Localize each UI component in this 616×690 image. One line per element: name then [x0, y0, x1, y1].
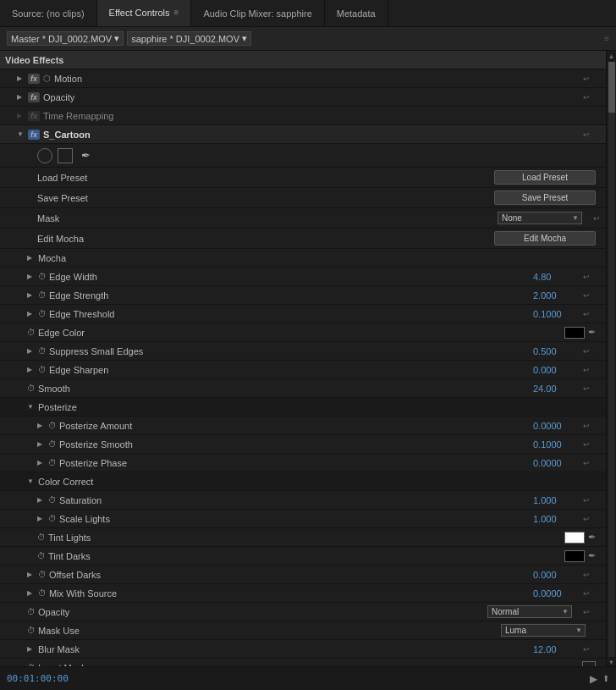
edit-mocha-button[interactable]: Edit Mocha: [494, 231, 596, 246]
scroll-thumb[interactable]: [608, 62, 615, 113]
opacity-reset[interactable]: ↩: [580, 93, 592, 102]
tab-metadata[interactable]: Metadata: [325, 0, 388, 26]
tint-lights-eyedropper[interactable]: ✒: [588, 532, 596, 543]
offset-darks-value[interactable]: 0.000: [533, 570, 575, 580]
tab-effect-controls[interactable]: Effect Controls ≡: [97, 0, 192, 26]
mocha-expand[interactable]: ▶: [27, 254, 36, 262]
load-preset-button[interactable]: Load Preset: [494, 170, 596, 185]
edge-sharpen-reset[interactable]: ↩: [580, 366, 592, 374]
posterize-smooth-clock[interactable]: ⏱: [48, 439, 57, 449]
smooth-value[interactable]: 24.00: [533, 384, 575, 394]
edge-sharpen-expand[interactable]: ▶: [27, 366, 36, 373]
posterize-phase-expand[interactable]: ▶: [37, 459, 46, 466]
mask-use-dropdown[interactable]: Luma Alpha: [501, 624, 586, 637]
edge-strength-reset[interactable]: ↩: [580, 291, 592, 300]
edge-strength-expand[interactable]: ▶: [27, 291, 36, 299]
motion-expand[interactable]: ▶: [17, 75, 25, 82]
edge-width-clock[interactable]: ⏱: [38, 272, 47, 281]
panel-menu-icon[interactable]: ≡: [604, 34, 609, 43]
export-button[interactable]: ⬆: [602, 674, 609, 683]
mask-use-clock[interactable]: ⏱: [27, 626, 36, 635]
posterize-smooth-reset[interactable]: ↩: [580, 440, 592, 449]
motion-reset[interactable]: ↩: [580, 75, 592, 83]
posterize-expand[interactable]: ▼: [27, 403, 36, 411]
posterize-amount-clock[interactable]: ⏱: [48, 421, 57, 430]
edge-width-expand[interactable]: ▶: [27, 273, 36, 280]
mask-dropdown[interactable]: None Mask 1 Mask 2: [498, 212, 582, 224]
mix-source-value[interactable]: 0.0000: [533, 588, 575, 599]
edge-sharpen-clock[interactable]: ⏱: [38, 365, 47, 374]
s-cartoon-reset[interactable]: ↩: [580, 130, 592, 139]
saturation-clock[interactable]: ⏱: [48, 495, 57, 505]
blur-mask-reset[interactable]: ↩: [580, 645, 592, 654]
posterize-smooth-expand[interactable]: ▶: [37, 440, 46, 448]
posterize-smooth-value[interactable]: 0.1000: [533, 439, 575, 450]
invert-mask-clock[interactable]: ⏱: [27, 663, 36, 666]
opacity-expand[interactable]: ▶: [17, 93, 25, 101]
blur-mask-expand[interactable]: ▶: [27, 645, 36, 653]
edge-threshold-reset[interactable]: ↩: [580, 310, 592, 318]
mask-use-dropdown-wrapper[interactable]: Luma Alpha: [501, 624, 586, 637]
mask-dropdown-wrapper[interactable]: None Mask 1 Mask 2: [498, 212, 582, 224]
blend-mode-clock[interactable]: ⏱: [27, 607, 36, 616]
effects-panel[interactable]: Video Effects ▶ fx ⬡ Motion ↩ ▶ fx Opaci…: [0, 51, 606, 666]
edge-color-swatch[interactable]: [564, 327, 585, 339]
scroll-down-btn[interactable]: ▼: [608, 659, 615, 666]
scale-lights-expand[interactable]: ▶: [37, 515, 46, 522]
posterize-amount-reset[interactable]: ↩: [580, 422, 592, 430]
rect-shape-icon[interactable]: [58, 148, 73, 163]
edge-strength-value[interactable]: 2.000: [533, 290, 575, 301]
offset-darks-clock[interactable]: ⏱: [38, 570, 47, 579]
edge-sharpen-value[interactable]: 0.000: [533, 365, 575, 375]
saturation-expand[interactable]: ▶: [37, 496, 46, 504]
blend-mode-dropdown-wrapper[interactable]: Normal Dissolve Multiply Screen Overlay: [487, 605, 572, 618]
mix-source-expand[interactable]: ▶: [27, 589, 36, 597]
opacity-fx-badge[interactable]: fx: [28, 92, 40, 102]
scale-lights-reset[interactable]: ↩: [580, 515, 592, 523]
s-cartoon-expand[interactable]: ▼: [17, 130, 25, 138]
scale-lights-value[interactable]: 1.000: [533, 514, 575, 524]
mix-source-clock[interactable]: ⏱: [38, 588, 47, 598]
mix-source-reset[interactable]: ↩: [580, 589, 592, 598]
blend-mode-dropdown[interactable]: Normal Dissolve Multiply Screen Overlay: [487, 605, 572, 618]
s-cartoon-fx-badge[interactable]: fx: [28, 130, 40, 140]
mask-reset[interactable]: ↩: [591, 214, 602, 223]
tint-lights-swatch[interactable]: [564, 532, 585, 544]
suppress-small-reset[interactable]: ↩: [580, 347, 592, 356]
edge-threshold-expand[interactable]: ▶: [27, 310, 36, 317]
edge-color-clock[interactable]: ⏱: [27, 328, 36, 337]
blend-mode-reset[interactable]: ↩: [580, 608, 592, 616]
saturation-value[interactable]: 1.000: [533, 495, 575, 505]
circle-shape-icon[interactable]: [37, 148, 52, 163]
scroll-up-btn[interactable]: ▲: [608, 52, 615, 60]
suppress-small-value[interactable]: 0.500: [533, 346, 575, 356]
save-preset-button[interactable]: Save Preset: [494, 190, 596, 205]
posterize-phase-clock[interactable]: ⏱: [48, 458, 57, 467]
offset-darks-expand[interactable]: ▶: [27, 571, 36, 578]
smooth-reset[interactable]: ↩: [580, 384, 592, 393]
suppress-small-expand[interactable]: ▶: [27, 347, 36, 355]
tint-darks-clock[interactable]: ⏱: [37, 551, 46, 560]
sapphire-source-select[interactable]: sapphire * DJI_0002.MOV ▾: [127, 31, 251, 46]
edge-threshold-clock[interactable]: ⏱: [38, 309, 47, 318]
tint-lights-clock[interactable]: ⏱: [37, 533, 46, 542]
posterize-phase-reset[interactable]: ↩: [580, 459, 592, 467]
right-scrollbar[interactable]: ▲ ▼: [606, 51, 616, 666]
motion-fx-badge[interactable]: fx: [28, 74, 40, 84]
edge-threshold-value[interactable]: 0.1000: [533, 309, 575, 319]
scale-lights-clock[interactable]: ⏱: [48, 514, 57, 523]
time-remap-fx-badge[interactable]: fx: [28, 111, 40, 121]
color-correct-expand[interactable]: ▼: [27, 477, 36, 485]
posterize-amount-expand[interactable]: ▶: [37, 422, 46, 429]
smooth-clock[interactable]: ⏱: [27, 384, 36, 393]
pen-shape-icon[interactable]: ✒: [78, 148, 93, 163]
edge-strength-clock[interactable]: ⏱: [38, 290, 47, 300]
invert-mask-checkbox[interactable]: [582, 661, 596, 667]
edge-width-value[interactable]: 4.80: [533, 272, 575, 282]
edge-color-eyedropper[interactable]: ✒: [588, 327, 596, 338]
blur-mask-value[interactable]: 12.00: [533, 644, 575, 654]
master-source-select[interactable]: Master * DJI_0002.MOV ▾: [7, 31, 124, 46]
saturation-reset[interactable]: ↩: [580, 496, 592, 505]
tint-darks-swatch[interactable]: [564, 550, 585, 562]
tab-audio-mixer[interactable]: Audio Clip Mixer: sapphire: [191, 0, 324, 26]
